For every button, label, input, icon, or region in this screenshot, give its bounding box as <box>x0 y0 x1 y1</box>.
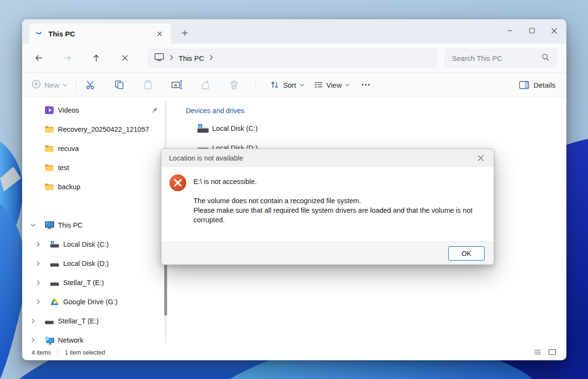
status-divider <box>57 349 58 356</box>
new-button[interactable]: New <box>32 80 67 90</box>
new-button-label: New <box>45 81 59 89</box>
sidebar-item-label: Network <box>58 336 83 344</box>
rename-icon: A <box>171 80 182 90</box>
drive-icon <box>49 260 60 267</box>
more-button[interactable] <box>356 76 375 93</box>
chevron-right-icon[interactable] <box>30 337 36 343</box>
search-input[interactable]: Search This PC <box>445 49 557 67</box>
new-tab-icon[interactable] <box>178 26 192 40</box>
sidebar-item-local-disk-d[interactable]: Local Disk (D:) <box>23 254 171 273</box>
paste-button[interactable] <box>138 76 158 93</box>
computer-icon <box>154 53 164 64</box>
minimize-button[interactable] <box>499 20 521 42</box>
breadcrumb-chevron-icon[interactable] <box>209 54 214 62</box>
dialog-footer: OK <box>161 241 494 264</box>
sidebar-item-label: Recovery_20250422_121057 <box>58 126 149 133</box>
google-drive-icon <box>49 298 60 306</box>
sidebar-item-this-pc[interactable]: This PC <box>23 216 171 235</box>
folder-icon <box>44 164 55 172</box>
search-icon[interactable] <box>542 53 550 63</box>
back-icon[interactable] <box>28 49 49 67</box>
rename-button[interactable]: A <box>167 76 186 93</box>
group-header-devices-and-drives[interactable]: Devices and drives <box>186 107 245 115</box>
loading-spinner-icon <box>35 29 43 38</box>
svg-text:A: A <box>174 82 177 88</box>
chevron-down-icon <box>345 82 350 88</box>
sidebar-item-stellar-t-e-root[interactable]: Stellar_T (E:) <box>23 311 171 331</box>
item-count: 4 items <box>32 349 51 356</box>
sidebar-item-recuva-folder[interactable]: recuva <box>23 139 171 158</box>
drive-icon <box>49 279 60 286</box>
sidebar-item-recovery-folder[interactable]: Recovery_20250422_121057 <box>23 120 171 139</box>
details-button-label: Details <box>533 81 555 89</box>
breadcrumb-this-pc[interactable]: This PC <box>179 54 204 62</box>
window-controls <box>499 20 565 42</box>
cut-icon <box>85 80 96 90</box>
dialog-heading: E:\ is not accessible. <box>193 178 257 185</box>
drive-windows-icon <box>49 241 60 248</box>
chevron-down-icon[interactable] <box>30 222 36 228</box>
dialog-body: E:\ is not accessible. The volume does n… <box>161 167 494 241</box>
delete-button[interactable] <box>225 76 244 93</box>
forward-icon[interactable] <box>57 49 78 67</box>
sidebar-item-test-folder[interactable]: test <box>23 158 171 177</box>
status-bar: 4 items 1 item selected <box>23 345 566 360</box>
folder-icon <box>44 183 55 191</box>
tab-this-pc[interactable]: This PC <box>29 23 171 44</box>
copy-button[interactable] <box>110 76 129 93</box>
desktop: This PC <box>0 0 588 379</box>
dialog-title: Location is not available <box>169 154 243 162</box>
file-item-local-disk-c[interactable]: Local Disk (C:) <box>196 119 258 138</box>
dialog-close-icon[interactable] <box>475 152 487 164</box>
chevron-right-icon[interactable] <box>35 299 41 305</box>
sidebar-item-videos[interactable]: Videos <box>23 101 171 120</box>
sidebar-item-network[interactable]: Network <box>23 331 171 345</box>
stop-icon[interactable] <box>114 49 136 67</box>
sort-button-label: Sort <box>283 81 296 89</box>
chevron-right-icon[interactable] <box>30 318 36 324</box>
sidebar-item-label: Local Disk (D:) <box>63 260 109 267</box>
sidebar-item-label: Stellar_T (E:) <box>58 317 99 325</box>
view-button[interactable]: View <box>314 80 350 90</box>
more-icon <box>361 80 371 90</box>
toolbar-separator <box>76 79 76 91</box>
sidebar-item-label: Google Drive (G:) <box>63 298 118 306</box>
sort-button[interactable]: Sort <box>270 80 304 90</box>
folder-icon <box>44 145 55 152</box>
sidebar-item-label: backup <box>58 183 80 191</box>
details-button[interactable]: Details <box>519 81 555 89</box>
ok-button[interactable]: OK <box>448 246 485 261</box>
sidebar-item-stellar-t-e[interactable]: Stellar_T (E:) <box>23 273 171 292</box>
up-icon[interactable] <box>86 49 107 67</box>
dialog-message: The volume does not contain a recognized… <box>193 196 485 225</box>
list-view-icon[interactable] <box>534 349 542 357</box>
thumbnail-view-icon[interactable] <box>548 348 556 357</box>
address-bar[interactable]: This PC <box>148 49 437 67</box>
sidebar-item-label: Videos <box>58 106 79 114</box>
share-button[interactable] <box>196 76 215 93</box>
chevron-down-icon <box>63 82 67 88</box>
sidebar-item-google-drive-g[interactable]: Google Drive (G:) <box>23 292 171 311</box>
tab-close-icon[interactable] <box>154 28 165 39</box>
command-toolbar: New A <box>23 72 566 97</box>
chevron-right-icon[interactable] <box>35 280 41 286</box>
breadcrumb-chevron-icon[interactable] <box>169 54 174 62</box>
sidebar-item-backup-folder[interactable]: backup <box>23 177 171 196</box>
selection-count: 1 item selected <box>65 349 105 356</box>
copy-icon <box>114 80 124 90</box>
maximize-button[interactable] <box>521 20 543 42</box>
close-button[interactable] <box>543 20 565 42</box>
computer-icon <box>44 221 55 230</box>
chevron-right-icon[interactable] <box>35 241 41 247</box>
folder-icon <box>44 126 55 133</box>
tab-title: This PC <box>48 30 75 38</box>
chevron-right-icon[interactable] <box>35 261 41 266</box>
share-icon <box>200 80 211 90</box>
dialog-message-line2: Please make sure that all required file … <box>193 207 473 224</box>
sidebar-item-local-disk-c[interactable]: Local Disk (C:) <box>23 235 171 254</box>
cut-button[interactable] <box>81 76 100 93</box>
location-not-available-dialog: Location is not available E:\ is not acc… <box>161 149 494 265</box>
sidebar-section-gap <box>23 196 171 216</box>
view-icon <box>314 80 323 90</box>
sort-icon <box>270 80 280 90</box>
